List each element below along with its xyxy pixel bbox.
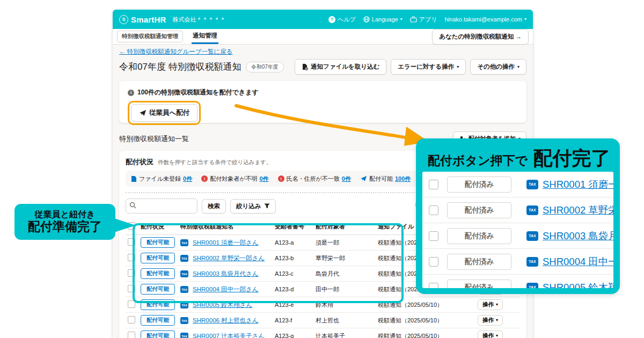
overlay-notice-link[interactable]: SHR0002 草野栄一郎さん xyxy=(543,203,613,217)
notice-link[interactable]: SHR0007 辻本裕美子さん xyxy=(193,333,265,338)
overlay-title-large: 配付完了 xyxy=(533,147,611,169)
chevron-down-icon: ▾ xyxy=(517,65,519,69)
import-file-button[interactable]: 通知ファイルを取り込む xyxy=(295,59,386,75)
account-menu[interactable]: hinako.takami@example.com ▾ xyxy=(445,16,526,23)
row-checkbox[interactable] xyxy=(128,300,135,308)
tax-icon: TAX xyxy=(526,231,538,241)
title-row: 令和07年度 特別徴収税額通知 令和07年度 通知ファイルを取り込む エラーに対… xyxy=(119,59,526,75)
row-action-button[interactable]: 操作 ▾ xyxy=(478,330,503,338)
filter-count-link[interactable]: 0件 xyxy=(183,175,192,183)
recipient-code: A123-g xyxy=(273,328,313,338)
row-action-button[interactable]: 操作 ▾ xyxy=(478,315,503,326)
recipient-code: A123-e xyxy=(273,297,313,313)
search-input[interactable] xyxy=(126,199,197,214)
target-person: 鈴木翔 xyxy=(313,297,376,313)
import-file-label: 通知ファイルを取り込む xyxy=(311,63,379,71)
overlay-notice-link[interactable]: SHR0005 鈴木翔さん xyxy=(543,281,613,288)
overlay-row-checkbox[interactable] xyxy=(429,180,438,189)
recipient-code: A123-d xyxy=(273,282,313,297)
notice-link[interactable]: SHR0004 田中一郎さん xyxy=(193,286,259,292)
table-row: 配付可能 TAX SHR0007 辻本裕美子さん A123-g 辻本裕美子 税額… xyxy=(126,328,520,338)
search-icon xyxy=(129,202,136,209)
col-person: 配付対象者 xyxy=(313,218,376,235)
tax-icon: TAX xyxy=(180,286,188,293)
filter-count-link[interactable]: 0件 xyxy=(259,175,268,183)
row-action-button[interactable]: 操作 ▾ xyxy=(478,299,503,310)
target-person: 島袋月代 xyxy=(313,266,376,282)
apps-label: アプリ xyxy=(419,16,437,24)
distribute-button-label: 従業員へ配付 xyxy=(149,108,189,117)
row-checkbox[interactable] xyxy=(128,238,135,246)
overlay-notice-link[interactable]: SHR0004 田中一郎さん xyxy=(543,255,613,268)
result-overlay-panel: 配付ボタン押下で 配付完了 配付済み TAX SHR0001 須磨一郎さん 配付… xyxy=(416,138,620,294)
overlay-row-checkbox[interactable] xyxy=(429,283,438,289)
filter-count-link[interactable]: 0件 xyxy=(342,175,351,183)
filter-label: 氏名・住所が不一致 xyxy=(287,175,340,183)
notice-link[interactable]: SHR0002 草野栄一郎さん xyxy=(193,255,265,261)
overlay-row-checkbox[interactable] xyxy=(429,205,438,215)
target-person: 辻本裕美子 xyxy=(313,328,376,338)
app-switcher-chip[interactable]: 特別徴収税額通知管理 xyxy=(117,31,183,42)
paper-plane-icon xyxy=(139,109,147,116)
notice-file: 税額通知（2025/05/10） xyxy=(376,297,475,313)
row-checkbox[interactable] xyxy=(128,285,135,292)
target-person: 草野栄一郎 xyxy=(313,251,376,266)
distribute-button[interactable]: 従業員へ配付 xyxy=(131,104,197,122)
notice-file: 税額通知（2025/05/10） xyxy=(376,328,475,338)
target-person: 須磨一郎 xyxy=(313,235,376,251)
smarthr-logo[interactable]: S SmartHR xyxy=(119,15,166,24)
table-row: 配付可能 TAX SHR0005 鈴木翔さん A123-e 鈴木翔 税額通知（2… xyxy=(126,297,520,313)
overlay-notice-link[interactable]: SHR0001 須磨一郎さん xyxy=(543,178,613,191)
top-bar: S SmartHR 株式会社＊＊＊＊＊ ? ヘルプ Language ▾ xyxy=(113,10,533,29)
tab-notification-management[interactable]: 通知管理 xyxy=(192,29,218,44)
account-email: hinako.takami@example.com xyxy=(445,16,522,23)
tax-icon: TAX xyxy=(180,317,188,324)
status-badge: 配付可能 xyxy=(141,237,175,248)
notice-link[interactable]: SHR0003 島袋月代さん xyxy=(193,270,259,277)
overlay-title: 配付ボタン押下で 配付完了 xyxy=(416,138,620,172)
row-checkbox[interactable] xyxy=(128,316,135,324)
language-menu[interactable]: Language ▾ xyxy=(363,16,402,23)
row-checkbox[interactable] xyxy=(128,254,135,261)
distribute-info-message: 100件の特別徴収税額通知を配付できます xyxy=(137,88,259,97)
filter-file-unregistered: ファイル未登録 0件 xyxy=(131,175,192,183)
status-badge: 配付可能 xyxy=(141,315,175,326)
help-icon: ? xyxy=(328,16,335,23)
target-person: 村上哲也 xyxy=(313,313,376,328)
other-ops-button[interactable]: その他の操作 ▾ xyxy=(470,59,526,75)
status-badge: 配付可能 xyxy=(141,330,175,338)
language-label: Language xyxy=(372,16,398,23)
notice-link[interactable]: SHR0001 須磨一郎さん xyxy=(193,239,259,246)
filter-button[interactable]: 絞り込み xyxy=(230,199,276,214)
error-ops-button[interactable]: エラーに対する操作 ▾ xyxy=(391,59,466,75)
overlay-notice-link[interactable]: SHR0003 島袋月代さん xyxy=(543,229,613,243)
your-notice-button[interactable]: あなたの特別徴収税額通知 → xyxy=(432,29,529,45)
overlay-row: 配付済み TAX SHR0003 島袋月代さん xyxy=(422,223,613,249)
overlay-row-checkbox[interactable] xyxy=(429,257,438,267)
row-checkbox[interactable] xyxy=(128,332,135,338)
help-menu[interactable]: ? ヘルプ xyxy=(328,16,356,24)
search-box xyxy=(126,199,197,214)
top-bar-right: ? ヘルプ Language ▾ xyxy=(328,16,526,24)
row-action-label: 操作 xyxy=(482,301,494,308)
funnel-icon xyxy=(264,203,270,209)
error-ops-label: エラーに対する操作 xyxy=(398,63,454,71)
filter-count-link[interactable]: 100件 xyxy=(395,175,411,183)
chevron-down-icon: ▾ xyxy=(496,334,498,338)
notice-link[interactable]: SHR0006 村上哲也さん xyxy=(193,317,259,324)
search-button[interactable]: 検索 xyxy=(202,199,226,214)
row-checkbox[interactable] xyxy=(128,269,135,277)
overlay-row-checkbox[interactable] xyxy=(429,231,438,241)
overlay-row: 配付済み TAX SHR0005 鈴木翔さん xyxy=(422,275,613,288)
back-link[interactable]: ← 特別徴収税額通知グループ一覧に戻る xyxy=(119,48,233,56)
chevron-down-icon: ▾ xyxy=(524,17,526,21)
overlay-row-list: 配付済み TAX SHR0001 須磨一郎さん 配付済み TAX SHR0002… xyxy=(422,172,613,288)
recipient-code: A123-b xyxy=(273,251,313,266)
notice-link[interactable]: SHR0005 鈴木翔さん xyxy=(193,302,252,308)
apps-menu[interactable]: アプリ xyxy=(410,16,437,24)
smarthr-logo-text: SmartHR xyxy=(131,15,166,24)
overlay-title-small: 配付ボタン押下で xyxy=(428,153,528,167)
alert-icon: ! xyxy=(278,175,284,182)
orange-highlight-ring: 従業員へ配付 xyxy=(128,101,201,125)
filter-button-label: 絞り込み xyxy=(236,202,261,210)
